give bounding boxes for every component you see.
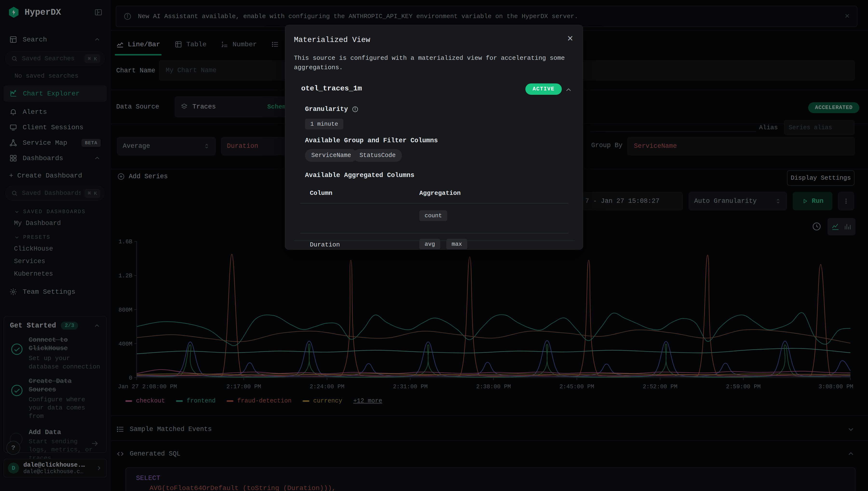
info-icon[interactable] [352, 106, 359, 113]
materialized-view-modal: Materialized View × This source is confi… [285, 25, 583, 250]
granularity-value-chip: 1 minute [305, 119, 343, 129]
aggregation-chip: count [419, 210, 447, 221]
table-header-column: Column [310, 190, 332, 197]
column-chip: StatusCode [353, 149, 402, 162]
status-badge: ACTIVE [526, 83, 562, 95]
group-filter-columns-label: Available Group and Filter Columns [305, 137, 438, 144]
view-name: otel_traces_1m [301, 84, 362, 93]
modal-description: This source is configured with a materia… [294, 54, 569, 73]
chevron-up-icon[interactable] [564, 86, 573, 94]
granularity-row: Granularity [305, 106, 359, 113]
granularity-label: Granularity [305, 106, 348, 113]
table-cell-column: Duration [310, 241, 340, 249]
column-chip: ServiceName [305, 149, 357, 162]
modal-title: Materialized View [294, 36, 370, 44]
aggregated-columns-label: Available Aggregated Columns [305, 172, 415, 179]
modal-close-icon[interactable]: × [567, 33, 573, 44]
table-header-aggregation: Aggregation [419, 190, 461, 197]
app-root: HyperDX Search ⌘ K No saved searches Cha… [0, 0, 868, 491]
